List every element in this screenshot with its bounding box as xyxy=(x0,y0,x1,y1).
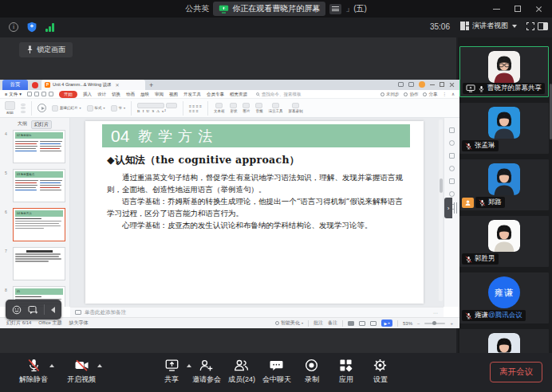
ribbon-屏幕录制[interactable]: 屏幕录制 xyxy=(288,103,302,113)
rail-properties-icon[interactable] xyxy=(449,127,455,133)
new-tab-icon[interactable]: + xyxy=(149,81,153,89)
notes-more-icon[interactable]: ⋯ xyxy=(433,310,439,316)
ribbon-文本框[interactable]: 文本框 xyxy=(214,103,225,113)
meeting-info-circle-icon[interactable]: i xyxy=(9,22,18,32)
font-name-select[interactable] xyxy=(137,103,164,108)
wps-menu-开发工具[interactable]: 开发工具 xyxy=(183,92,201,97)
rail-animation-icon[interactable] xyxy=(449,140,455,146)
close-icon[interactable] xyxy=(535,6,542,13)
minimize-icon[interactable] xyxy=(493,9,500,10)
meeting-info-icon[interactable] xyxy=(329,4,341,14)
wps-未同步-button[interactable]: 未同步 xyxy=(380,92,400,97)
lock-view-button[interactable]: 锁定画面 xyxy=(19,42,73,57)
wps-file-menu[interactable]: ≡ 文件 ▾ xyxy=(5,92,22,97)
collapse-arrow-icon[interactable] xyxy=(51,307,55,313)
rail-help-icon[interactable] xyxy=(449,166,455,171)
notes-bar[interactable]: 单击此处添加备注 ⋯ xyxy=(70,307,444,317)
chat-button[interactable]: 会中聊天 xyxy=(262,358,291,385)
wps-协作-button[interactable]: 协作 xyxy=(404,92,418,97)
settings-button[interactable]: 设置 xyxy=(367,358,394,385)
rail-resource-icon[interactable] xyxy=(449,178,455,184)
annotate-icon[interactable] xyxy=(28,305,38,315)
chevron-up-icon[interactable] xyxy=(97,364,102,367)
leave-meeting-button[interactable]: 离开会议 xyxy=(490,362,542,382)
font-style-buttons[interactable]: B I U S A x² xyxy=(137,109,177,113)
play-from-current-icon[interactable] xyxy=(37,104,46,112)
ribbon-节[interactable]: 节▾ xyxy=(111,105,126,112)
outline-tab[interactable]: 大纲 xyxy=(18,120,27,129)
zoom-in-icon[interactable]: + xyxy=(450,321,453,326)
maximize-icon[interactable] xyxy=(515,6,521,12)
sorter-view-icon[interactable] xyxy=(359,321,365,326)
invite-button[interactable]: 邀请参会 xyxy=(192,358,221,385)
slide-thumbnail-7[interactable]: 7 xyxy=(13,247,65,280)
ribbon-版式[interactable]: 版式▾ xyxy=(87,105,105,112)
wps-search[interactable]: 查找命令、搜索模板 xyxy=(256,92,302,97)
wps-account-avatar[interactable] xyxy=(419,81,425,88)
rail-resize-grip[interactable] xyxy=(454,202,457,214)
beautify-button[interactable]: 智能美化▾ xyxy=(275,319,303,327)
zoom-out-icon[interactable]: − xyxy=(417,321,420,326)
collapse-ribbon-icon[interactable]: ∧ xyxy=(451,92,455,96)
security-shield-icon[interactable] xyxy=(26,22,37,33)
participant-tile[interactable] xyxy=(459,329,549,353)
slide-thumbnail-5[interactable]: 503 教学重难点 xyxy=(13,169,65,202)
normal-view-icon[interactable] xyxy=(348,321,354,326)
wps-document-tab[interactable]: P Unit 4 Gramm...& Writing 说课 ✕ xyxy=(41,80,145,90)
quick-access-icons[interactable] xyxy=(27,92,53,96)
wps-workspace-icon[interactable] xyxy=(408,82,414,87)
wps-menu-审阅[interactable]: 审阅 xyxy=(155,92,164,97)
wps-menu-动画[interactable]: 动画 xyxy=(126,92,135,97)
slide-thumbnail-4[interactable]: 402 教学目标 xyxy=(13,130,65,163)
camera-button[interactable]: 开启视频 xyxy=(67,358,96,385)
wps-menu-切换[interactable]: 切换 xyxy=(112,92,120,97)
note-button[interactable]: 备注 xyxy=(328,319,337,327)
rail-design-icon[interactable] xyxy=(449,153,455,159)
wps-menu-插入[interactable]: 插入 xyxy=(83,92,92,97)
wps-menu-开始[interactable]: 开始 xyxy=(59,91,77,98)
wps-menu-稻壳资源[interactable]: 稻壳资源 xyxy=(230,92,247,97)
participant-tile[interactable]: 郭胜男 xyxy=(459,216,549,267)
ribbon-音频[interactable]: 音频 xyxy=(255,103,262,113)
wps-minimize-icon[interactable] xyxy=(430,84,435,85)
share-button[interactable]: 共享 xyxy=(158,358,185,385)
chevron-down-icon[interactable] xyxy=(512,25,517,28)
ribbon-图片[interactable]: 图片 xyxy=(242,103,250,113)
participant-tile[interactable]: 雍谦雍谦@腾讯会议 xyxy=(459,272,549,323)
font-size-select[interactable] xyxy=(166,103,177,108)
wps-menu-会员专享[interactable]: 会员专享 xyxy=(207,92,224,97)
chevron-up-icon[interactable] xyxy=(187,364,191,367)
ribbon-形状[interactable]: 形状 xyxy=(230,103,237,113)
more-icon[interactable]: ⋮ xyxy=(442,92,447,96)
fullscreen-icon[interactable] xyxy=(526,22,534,30)
wps-menu-设计[interactable]: 设计 xyxy=(97,92,106,97)
slideshow-play-button[interactable]: ▶▾ xyxy=(381,319,392,327)
apps-button[interactable]: 应用 xyxy=(333,358,360,385)
participant-tile[interactable]: 郑路 xyxy=(459,159,549,210)
record-button[interactable]: 录制 xyxy=(298,358,325,385)
wps-menu-放映[interactable]: 放映 xyxy=(140,92,149,97)
wps-home-tab[interactable]: 首页 xyxy=(2,80,28,90)
rail-collapse-tab[interactable]: › xyxy=(444,198,452,218)
unmute-button[interactable]: 解除静音 xyxy=(19,358,48,385)
slide-thumbnail-6[interactable]: 604 教学方法 xyxy=(13,208,65,241)
participant-tile[interactable]: 张孟琳 xyxy=(459,103,549,154)
wps-分享-button[interactable]: 分享 xyxy=(423,92,437,97)
participant-tile[interactable]: 曹晓芹的屏幕共享 xyxy=(459,46,549,97)
wps-docer-tab[interactable] xyxy=(28,80,41,90)
paste-button[interactable]: 粘贴 xyxy=(5,101,15,115)
clipboard-icons[interactable] xyxy=(21,104,26,113)
wps-close-icon[interactable] xyxy=(449,82,455,88)
canvas-scrollbar[interactable] xyxy=(439,120,443,301)
view-mode-label[interactable]: 演讲者视图 xyxy=(472,21,508,31)
tab-close-icon[interactable]: ✕ xyxy=(116,82,120,88)
rail-assistant-icon[interactable] xyxy=(449,191,455,197)
chevron-up-icon[interactable] xyxy=(49,364,54,367)
comment-button[interactable]: 批注 xyxy=(313,319,323,327)
wps-split-icon[interactable] xyxy=(398,82,404,87)
reading-view-icon[interactable] xyxy=(370,321,377,326)
reaction-smiley-icon[interactable] xyxy=(12,305,22,315)
slides-tab[interactable]: 幻灯片 xyxy=(31,120,52,129)
paragraph-align-icons[interactable]: ≡ ≡ ≡ ≡≡ ≡ ≡ xyxy=(189,104,202,113)
zoom-slider[interactable] xyxy=(424,323,445,324)
